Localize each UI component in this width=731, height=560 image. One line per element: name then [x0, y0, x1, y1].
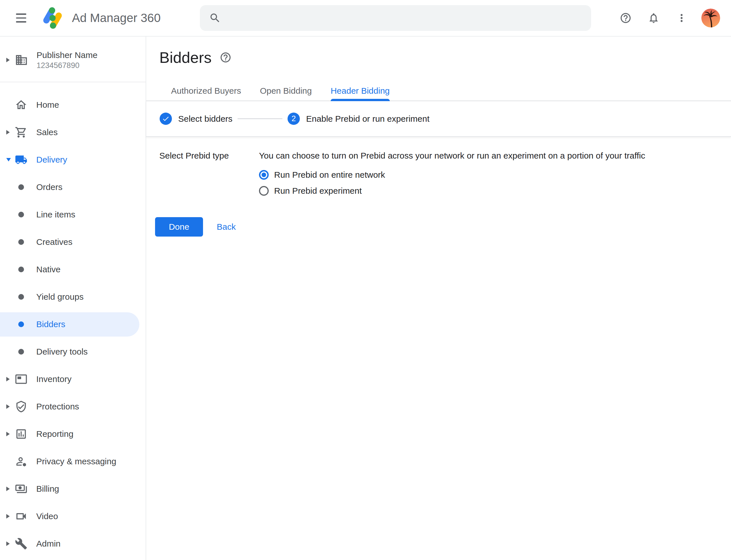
sidebar-item-sales[interactable]: Sales: [0, 119, 146, 146]
sidebar-item-delivery-tools[interactable]: Delivery tools: [0, 338, 146, 365]
shield-check-icon: [15, 400, 27, 413]
page-header: Bidders: [159, 48, 731, 67]
sidebar-item-label: Orders: [36, 182, 63, 192]
radio-option-run-prebid-on-entire-network[interactable]: Run Prebid on entire network: [259, 167, 645, 183]
step-label: Select bidders: [178, 114, 233, 124]
form-description: You can choose to turn on Prebid across …: [259, 150, 645, 161]
bullet-icon: [15, 208, 27, 221]
person-privacy-icon: [15, 455, 27, 468]
prebid-type-radio-group: Run Prebid on entire networkRun Prebid e…: [259, 167, 645, 199]
banknote-icon: [15, 483, 27, 495]
sidebar-item-line-items[interactable]: Line items: [0, 201, 146, 228]
sidebar-item-billing[interactable]: Billing: [0, 475, 146, 503]
radio-option-run-prebid-experiment[interactable]: Run Prebid experiment: [259, 183, 645, 199]
ad-manager-logo-icon[interactable]: [41, 5, 64, 31]
done-button[interactable]: Done: [155, 217, 203, 237]
hamburger-icon: [16, 13, 26, 15]
chevron-down-icon[interactable]: [6, 158, 15, 161]
page-help-button[interactable]: [220, 51, 232, 63]
chevron-right-icon[interactable]: [6, 377, 15, 381]
page-title: Bidders: [159, 49, 212, 66]
sidebar-item-yield-groups[interactable]: Yield groups: [0, 283, 146, 311]
bullet-icon: [15, 318, 27, 331]
tab-header-bidding[interactable]: Header Bidding: [331, 86, 390, 101]
chevron-right-icon[interactable]: [6, 58, 15, 62]
publisher-name: Publisher Name: [37, 50, 97, 61]
step-enable-prebid-or-run-experiment[interactable]: 2Enable Prebid or run experiment: [288, 113, 429, 125]
sidebar-item-bidders[interactable]: Bidders: [0, 311, 146, 338]
form-actions: Done Back: [155, 217, 731, 237]
sidebar-item-reporting[interactable]: Reporting: [0, 420, 146, 448]
divider: [0, 82, 146, 82]
step-connector: [238, 118, 283, 119]
hamburger-icon: [16, 17, 26, 19]
sidebar-item-label: Privacy & messaging: [36, 457, 116, 466]
step-number-badge: 2: [288, 113, 300, 125]
sidebar-item-label: Video: [36, 511, 58, 521]
step-select-bidders[interactable]: Select bidders: [160, 113, 233, 125]
sidebar-item-label: Bidders: [36, 319, 65, 329]
bullet-icon: [15, 181, 27, 193]
radio-option-label: Run Prebid on entire network: [274, 170, 385, 180]
tab-open-bidding[interactable]: Open Bidding: [260, 86, 312, 101]
notifications-button[interactable]: [648, 12, 660, 24]
truck-icon: [15, 153, 27, 166]
sidebar-item-label: Delivery: [36, 155, 67, 165]
back-button[interactable]: Back: [217, 222, 236, 232]
chevron-right-icon[interactable]: [6, 130, 15, 135]
hamburger-icon: [16, 21, 26, 23]
bar-chart-icon: [15, 428, 27, 440]
ad-manager-app: Ad Manager 360: [0, 0, 731, 560]
sidebar-item-label: Billing: [36, 484, 59, 494]
sidebar-item-delivery[interactable]: Delivery: [0, 146, 146, 173]
sidebar-menu: HomeSalesDeliveryOrdersLine itemsCreativ…: [0, 91, 146, 557]
sidebar-item-label: Yield groups: [36, 292, 84, 302]
sidebar-item-privacy-and-messaging[interactable]: Privacy & messaging: [0, 448, 146, 475]
sidebar-item-label: Creatives: [36, 237, 73, 247]
sidebar-item-label: Reporting: [36, 429, 73, 439]
sidebar-item-creatives[interactable]: Creatives: [0, 228, 146, 256]
bullet-icon: [15, 345, 27, 358]
help-icon: [220, 60, 232, 64]
sidebar-item-video[interactable]: Video: [0, 503, 146, 530]
sidebar-nav: Publisher Name 1234567890 HomeSalesDeliv…: [0, 37, 146, 560]
radio-unselected-icon: [259, 186, 269, 196]
bullet-icon: [15, 291, 27, 303]
global-search[interactable]: [200, 5, 591, 31]
inventory-icon: [15, 373, 27, 385]
sidebar-item-native[interactable]: Native: [0, 256, 146, 283]
radio-selected-icon: [259, 170, 269, 180]
step-label: Enable Prebid or run experiment: [306, 114, 429, 124]
more-options-button[interactable]: [676, 12, 688, 24]
main-menu-button[interactable]: [16, 13, 26, 23]
account-avatar[interactable]: [701, 9, 720, 27]
sidebar-item-admin[interactable]: Admin: [0, 530, 146, 557]
sidebar-item-home[interactable]: Home: [0, 91, 146, 119]
chevron-right-icon[interactable]: [6, 432, 15, 436]
brand-title: Ad Manager 360: [72, 11, 161, 25]
sidebar-item-label: Line items: [36, 210, 75, 219]
sidebar-item-orders[interactable]: Orders: [0, 173, 146, 201]
sidebar-item-label: Inventory: [36, 374, 71, 384]
tab-bar: Authorized BuyersOpen BiddingHeader Bidd…: [146, 79, 731, 101]
chevron-right-icon[interactable]: [6, 541, 15, 546]
publisher-switcher[interactable]: Publisher Name 1234567890: [0, 37, 146, 70]
building-icon: [15, 53, 28, 67]
stepper: Select bidders2Enable Prebid or run expe…: [146, 101, 731, 137]
publisher-id: 1234567890: [37, 61, 97, 70]
chevron-right-icon[interactable]: [6, 514, 15, 519]
radio-option-label: Run Prebid experiment: [274, 186, 362, 196]
search-input[interactable]: [229, 13, 582, 24]
topbar-actions: [620, 0, 720, 36]
chevron-right-icon[interactable]: [6, 404, 15, 409]
sidebar-item-label: Native: [36, 265, 61, 274]
help-button[interactable]: [620, 12, 632, 24]
more-vert-icon: [676, 21, 688, 25]
main-content: Bidders Authorized BuyersOpen BiddingHea…: [146, 37, 731, 560]
sidebar-item-label: Home: [36, 100, 59, 110]
sidebar-item-inventory[interactable]: Inventory: [0, 365, 146, 393]
prebid-type-section: Select Prebid type You can choose to tur…: [146, 137, 731, 199]
chevron-right-icon[interactable]: [6, 487, 15, 491]
tab-authorized-buyers[interactable]: Authorized Buyers: [171, 86, 241, 101]
sidebar-item-protections[interactable]: Protections: [0, 393, 146, 420]
